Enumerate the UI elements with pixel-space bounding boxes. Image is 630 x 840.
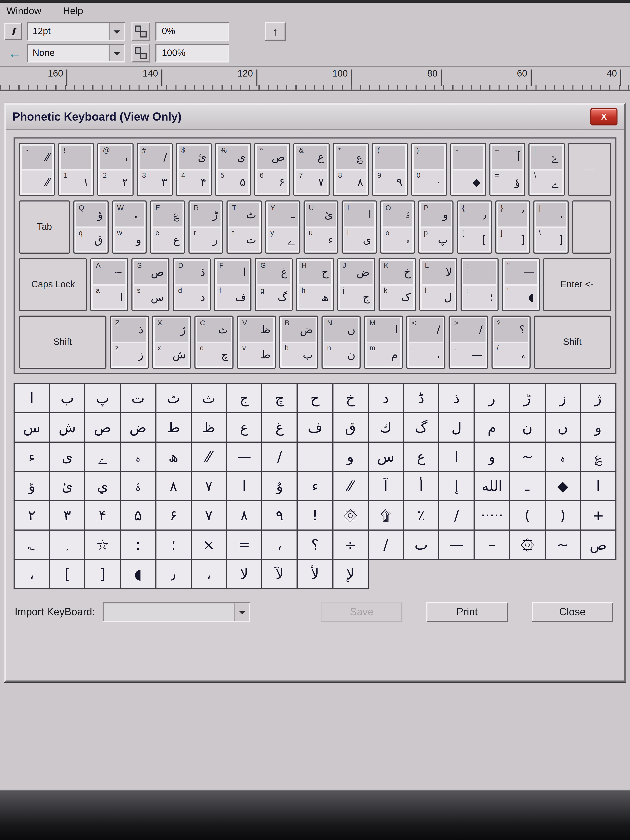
save-button[interactable]: Save <box>321 602 403 622</box>
keyboard-key: Hحhھ <box>296 258 334 311</box>
char-cell: ؤ <box>14 472 49 501</box>
char-cell: ؏ <box>581 442 616 471</box>
backspace-key: — <box>568 143 611 196</box>
keyboard-key: Cثcچ <box>194 316 234 369</box>
char-cell: و <box>581 413 616 442</box>
char-cell <box>297 442 333 471</box>
keyboard-key: Gغgگ <box>255 258 293 311</box>
char-cell: ◆ <box>545 472 580 501</box>
keyboard-key: -◆ <box>450 143 486 196</box>
keyboard-key: Qؤqق <box>73 200 109 254</box>
char-cell: ب <box>49 384 85 413</box>
char-cell: ۃ <box>120 472 156 501</box>
keyboard-key: !1۱ <box>58 143 94 196</box>
char-grid-row: ءیےہھ⁄⁄—/وسعاو~ہ؏ <box>14 442 616 471</box>
ruler-labels: 160140120100806040 <box>48 68 621 79</box>
keyboard-key: ^ص6۶ <box>254 143 290 196</box>
char-cell: ۳ <box>49 501 85 530</box>
import-keyboard-combo[interactable] <box>103 602 250 622</box>
char-cell: ج <box>227 384 262 413</box>
char-cell: خ <box>333 384 368 413</box>
ruler-mark: 60 <box>517 68 532 79</box>
char-cell: ء <box>297 472 333 501</box>
char-cell: ⁄⁄ <box>333 472 368 501</box>
char-cell: ؟ <box>297 530 333 559</box>
char-cell: ڑ <box>510 384 545 413</box>
keyboard-key: Oۃoہ <box>380 200 415 254</box>
keyboard-row: TabQؤqقW؎wوE؏eعRڑrرTٹtتYـyےUئuءIاiیOۃoہP… <box>19 200 611 254</box>
font-size-combo[interactable]: 12pt <box>27 22 125 41</box>
char-grid-row: ۲۳۴۵۶۷۸۹!۞۩٪/·····()+ <box>14 501 616 530</box>
char-cell: ۹ <box>262 501 297 530</box>
toolbar: I 12pt 0% ↑ ← None 100% <box>0 19 630 67</box>
ruler-mark: 40 <box>606 68 621 79</box>
toolbar-row-1: I 12pt 0% ↑ <box>5 22 626 41</box>
spacing-field[interactable]: 0% <box>155 22 229 41</box>
print-button[interactable]: Print <box>426 602 508 622</box>
keyboard-row: ~⁄⁄⁄⁄!1۱@،2۲#/3۳$ئ4۴%ي5۵^ص6۶&ع7۷*؏8۸(9۹)… <box>19 143 611 196</box>
char-cell: ص <box>581 530 616 559</box>
chevron-down-icon[interactable] <box>109 45 124 62</box>
menu-item-window[interactable]: Window <box>6 5 41 17</box>
menu-item-help[interactable]: Help <box>63 5 83 17</box>
keyboard-key: </,، <box>406 316 446 369</box>
char-cell: ڈ <box>403 384 439 413</box>
char-cell: ق <box>333 413 368 442</box>
italic-button[interactable]: I <box>5 23 22 40</box>
char-cell: ت <box>120 384 156 413</box>
char-cell: ذ <box>439 384 474 413</box>
char-cell: آ <box>368 472 403 501</box>
keyboard-key: Xژxش <box>152 316 191 369</box>
char-cell: ف <box>297 413 333 442</box>
close-button[interactable]: X <box>591 108 617 125</box>
close-button[interactable]: Close <box>532 602 613 622</box>
keyboard-key: Iاiی <box>342 200 377 254</box>
keyboard-key: Dڈdد <box>173 258 211 311</box>
monitor-bezel <box>0 790 630 840</box>
dialog-titlebar[interactable]: Phonetic Keyboard (View Only) X <box>6 105 624 130</box>
char-cell: ÷ <box>333 530 368 559</box>
char-spacing-icon <box>131 22 150 41</box>
char-cell: پ <box>85 384 120 413</box>
char-cell: ض <box>120 413 156 442</box>
keyboard-key: Zذzز <box>110 316 149 369</box>
char-cell: : <box>120 530 156 559</box>
char-scale-icon <box>131 44 150 62</box>
back-arrow-icon[interactable]: ← <box>5 45 26 62</box>
chevron-down-icon[interactable] <box>234 603 249 621</box>
char-cell: ط <box>156 413 191 442</box>
keyboard-key: |،\] <box>534 200 568 254</box>
char-cell: غ <box>262 413 297 442</box>
char-cell: ٮ <box>403 530 439 559</box>
style-combo[interactable]: None <box>27 44 125 62</box>
char-cell: ؍ <box>49 530 85 559</box>
char-cell: ٫ <box>156 559 191 589</box>
keyboard-key: Lلاlل <box>419 258 457 311</box>
char-cell: ں <box>545 413 580 442</box>
char-cell: ۲ <box>14 501 49 530</box>
chevron-down-icon[interactable] <box>109 24 124 40</box>
keyboard-key: W؎wو <box>112 200 147 254</box>
import-keyboard-label: Import KeyBoard: <box>15 606 95 618</box>
up-arrow-button[interactable]: ↑ <box>265 22 286 41</box>
ruler-mark: 100 <box>332 68 352 79</box>
scale-field[interactable]: 100% <box>155 44 229 62</box>
keyboard-layout: ~⁄⁄⁄⁄!1۱@،2۲#/3۳$ئ4۴%ي5۵^ص6۶&ع7۷*؏8۸(9۹)… <box>14 137 616 374</box>
keyboard-key: E؏eع <box>150 200 185 254</box>
dialog-body: ~⁄⁄⁄⁄!1۱@،2۲#/3۳$ئ4۴%ي5۵^ص6۶&ع7۷*؏8۸(9۹)… <box>6 130 624 681</box>
keyboard-key: Mاmم <box>364 316 403 369</box>
tab-key: Tab <box>19 200 70 254</box>
keyboard-key: Tٹtت <box>227 200 262 254</box>
char-cell: و <box>333 442 368 471</box>
char-cell: ٹ <box>156 384 191 413</box>
char-cell: / <box>368 530 403 559</box>
char-cell: ( <box>510 501 545 530</box>
char-cell: ا <box>439 442 474 471</box>
ruler-ticks <box>0 85 630 90</box>
char-cell: ے <box>85 442 120 471</box>
char-cell: لا <box>227 559 262 589</box>
char-cell: لآ <box>262 559 297 589</box>
keyboard-key: Yـyے <box>265 200 300 254</box>
dialog-title: Phonetic Keyboard (View Only) <box>13 110 182 123</box>
char-grid-row: ؤئيۃ٨٧اۇء⁄⁄آأإاللهـ◆ا <box>14 472 616 501</box>
